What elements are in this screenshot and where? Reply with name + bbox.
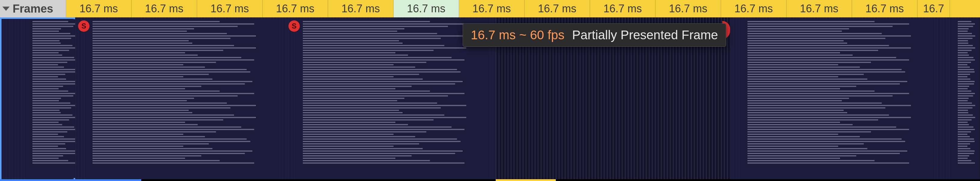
frame-tooltip: 16.7 ms ~ 60 fps Partially Presented Fra… (463, 24, 726, 47)
collapse-icon[interactable] (2, 6, 10, 11)
tooltip-fps: 16.7 ms ~ 60 fps (471, 28, 565, 42)
frame-cell-9[interactable]: 16.7 ms (655, 0, 721, 17)
bottom-progress-yellow (496, 179, 556, 181)
frame-cell-0[interactable]: 16.7 ms (66, 0, 132, 17)
frame-cell-4[interactable]: 16.7 ms (328, 0, 394, 17)
frame-cell-8[interactable]: 16.7 ms (590, 0, 655, 17)
screenshot-thumb-0[interactable] (0, 17, 75, 181)
frame-cell-7[interactable]: 16.7 ms (525, 0, 590, 17)
frame-cell-10[interactable]: 16.7 ms (721, 0, 786, 17)
page-preview (87, 19, 279, 178)
frame-cell-3[interactable]: 16.7 ms (262, 0, 328, 17)
frame-cell-2[interactable]: 16.7 ms (197, 0, 262, 17)
page-preview (298, 19, 490, 178)
frame-cell-13[interactable]: 16.7 (918, 0, 950, 17)
frames-track-label[interactable]: Frames (0, 0, 66, 17)
bottom-strip (0, 179, 980, 181)
frame-cell-1[interactable]: 16.7 ms (132, 0, 197, 17)
tooltip-status: Partially Presented Frame (572, 28, 718, 42)
frames-label-text: Frames (13, 2, 53, 15)
frame-cell-5[interactable]: 16.7 ms (394, 0, 459, 17)
bottom-progress-blue (0, 179, 141, 181)
layout-shift-icon: S (78, 20, 89, 32)
screenshot-thumb-1[interactable]: S (75, 17, 285, 181)
frames-header: Frames 16.7 ms16.7 ms16.7 ms16.7 ms16.7 … (0, 0, 980, 17)
page-preview (742, 19, 934, 178)
screenshot-thumb-4[interactable] (730, 17, 940, 181)
frame-cell-11[interactable]: 16.7 ms (786, 0, 852, 17)
frame-cell-6[interactable]: 16.7 ms (459, 0, 525, 17)
page-preview (952, 19, 979, 178)
page-preview (27, 19, 75, 178)
layout-shift-icon: S (288, 20, 300, 32)
screenshot-thumb-5[interactable] (940, 17, 979, 181)
frame-cell-12[interactable]: 16.7 ms (852, 0, 918, 17)
